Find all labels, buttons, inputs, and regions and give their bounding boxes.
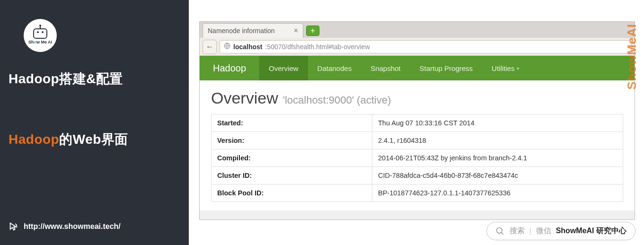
content-area: Overview 'localhost:9000' (active) Start… (200, 80, 635, 210)
cursor-icon (9, 221, 19, 232)
nav-overview[interactable]: Overview (259, 56, 308, 80)
svg-line-2 (501, 232, 503, 234)
nav-snapshot[interactable]: Snapshot (361, 56, 410, 80)
nav-startup-progress[interactable]: Startup Progress (410, 56, 483, 80)
cell-value: 2014-06-21T05:43Z by jenkins from branch… (372, 149, 623, 167)
cell-value: 2.4.1, r1604318 (372, 132, 623, 149)
footer-url[interactable]: http://www.showmeai.tech/ (24, 222, 121, 231)
cell-value: Thu Aug 07 10:33:16 CST 2014 (372, 114, 623, 132)
badge-text-bold: ShowMeAI 研究中心 (556, 226, 626, 236)
cell-label: Cluster ID: (212, 167, 372, 184)
table-row: Block Pool ID:BP-1018774623-127.0.1.1-14… (212, 184, 623, 202)
nav-brand[interactable]: Hadoop (200, 56, 259, 80)
page-heading: Overview 'localhost:9000' (active) (211, 89, 623, 107)
arrow-left-icon: ← (206, 43, 213, 51)
cell-label: Block Pool ID: (212, 184, 372, 202)
sidebar: Show Me AI Hadoop搭建&配置 Hadoop的Web界面 http… (0, 0, 189, 245)
url-host: localhost (233, 43, 262, 51)
browser-window: Namenode information × + ← localhost:500… (199, 21, 635, 220)
cell-label: Compiled: (212, 149, 372, 167)
search-icon (495, 227, 505, 236)
cell-label: Version: (212, 132, 372, 149)
heading-sub: 'localhost:9000' (active) (283, 94, 391, 106)
plus-icon: + (310, 26, 315, 35)
logo-text: Show Me AI (28, 40, 52, 44)
new-tab-button[interactable]: + (306, 26, 319, 36)
cell-value: CID-788afdca-c5d4-46b0-873f-68c7e843474c (372, 167, 623, 184)
table-row: Cluster ID:CID-788afdca-c5d4-46b0-873f-6… (212, 167, 623, 184)
close-icon[interactable]: × (294, 26, 298, 35)
browser-tab[interactable]: Namenode information × (203, 23, 303, 38)
svg-point-1 (496, 228, 502, 233)
url-bar: ← localhost:50070/dfshealth.html#tab-ove… (200, 38, 635, 56)
robot-icon (33, 28, 47, 39)
logo-circle: Show Me AI (24, 19, 57, 52)
table-row: Started:Thu Aug 07 10:33:16 CST 2014 (212, 114, 623, 132)
logo: Show Me AI (24, 19, 189, 52)
sidebar-title-sub: Hadoop的Web界面 (9, 131, 189, 149)
tab-bar: Namenode information × + (200, 22, 635, 38)
cell-value: BP-1018774623-127.0.1.1-1407377625336 (372, 184, 623, 202)
url-input[interactable]: localhost:50070/dfshealth.html#tab-overv… (220, 40, 632, 53)
cell-label: Started: (212, 114, 372, 132)
chevron-down-icon: ▾ (517, 66, 519, 71)
back-button[interactable]: ← (203, 40, 217, 54)
sidebar-title-main: Hadoop搭建&配置 (9, 70, 189, 88)
table-row: Version:2.4.1, r1604318 (212, 132, 623, 149)
separator: | (529, 227, 531, 236)
url-path: :50070/dfshealth.html#tab-overview (265, 43, 370, 51)
watermark: ShowMeAI (625, 24, 639, 89)
tab-title: Namenode information (208, 27, 275, 35)
hadoop-navbar: Hadoop Overview Datanodes Snapshot Start… (200, 56, 635, 80)
sidebar-footer: http://www.showmeai.tech/ (9, 221, 121, 232)
nav-utilities[interactable]: Utilities ▾ (482, 56, 529, 80)
info-table: Started:Thu Aug 07 10:33:16 CST 2014 Ver… (211, 114, 623, 202)
nav-datanodes[interactable]: Datanodes (308, 56, 362, 80)
badge-text-2: 微信 (536, 226, 551, 236)
badge-text-1: 搜索 (510, 226, 525, 236)
table-row: Compiled:2014-06-21T05:43Z by jenkins fr… (212, 149, 623, 167)
globe-icon (224, 43, 230, 51)
search-badge[interactable]: 搜索 | 微信 ShowMeAI 研究中心 (486, 222, 636, 240)
heading-text: Overview (211, 89, 278, 107)
